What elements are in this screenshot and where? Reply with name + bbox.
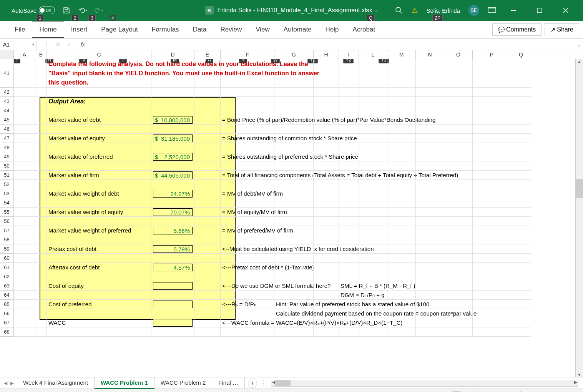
cell[interactable] — [359, 125, 387, 134]
cell[interactable] — [194, 143, 221, 152]
cell[interactable] — [444, 115, 473, 125]
cell[interactable] — [47, 235, 151, 244]
cell[interactable] — [473, 106, 511, 115]
cell[interactable] — [274, 189, 314, 198]
cell[interactable] — [444, 217, 473, 226]
cell[interactable] — [314, 327, 339, 337]
cell[interactable] — [151, 327, 194, 337]
cell[interactable] — [387, 327, 416, 337]
sheet-tab[interactable]: Final … — [212, 377, 245, 389]
cell[interactable] — [473, 97, 511, 106]
cell[interactable] — [35, 208, 47, 217]
cell[interactable]: WACC — [47, 318, 151, 327]
horizontal-scrollbar[interactable]: ◀ ▶ — [271, 380, 578, 387]
cell[interactable] — [274, 208, 314, 217]
cell[interactable] — [473, 198, 511, 208]
cell[interactable] — [416, 208, 444, 217]
cell[interactable]: Market value of equity — [47, 134, 151, 143]
cell[interactable] — [359, 59, 387, 88]
tab-view[interactable]: View — [249, 22, 277, 37]
cell[interactable] — [35, 106, 47, 115]
cell[interactable] — [359, 152, 387, 161]
cell[interactable] — [194, 263, 221, 272]
row-header-47[interactable]: 47 — [0, 134, 14, 143]
tab-automate[interactable]: Automate — [277, 22, 319, 37]
cell[interactable] — [339, 106, 359, 115]
cell[interactable] — [444, 254, 473, 263]
cell[interactable] — [314, 161, 339, 171]
cell[interactable] — [14, 125, 35, 134]
cell[interactable] — [339, 189, 359, 198]
cell[interactable] — [194, 106, 221, 115]
cell[interactable] — [14, 235, 35, 244]
cell[interactable]: <---Rₚ = D/P₀ — [221, 300, 274, 309]
cell[interactable] — [444, 235, 473, 244]
cell[interactable] — [339, 88, 359, 97]
cell[interactable] — [47, 291, 151, 300]
cell[interactable] — [387, 59, 416, 88]
cell[interactable] — [387, 217, 416, 226]
search-icon[interactable] — [395, 6, 403, 15]
cell[interactable] — [274, 143, 314, 152]
cell[interactable] — [339, 198, 359, 208]
cell[interactable] — [314, 208, 339, 217]
cell[interactable] — [416, 88, 444, 97]
cell[interactable] — [473, 152, 511, 161]
cell[interactable] — [387, 198, 416, 208]
col-header-I[interactable]: I — [339, 50, 359, 59]
cell[interactable] — [473, 217, 511, 226]
col-header-Q[interactable]: Q — [511, 50, 531, 59]
cell[interactable]: $44,505,000 — [151, 171, 194, 180]
cell[interactable] — [339, 59, 359, 88]
cell[interactable] — [444, 171, 473, 180]
cell[interactable] — [35, 134, 47, 143]
cell[interactable] — [14, 171, 35, 180]
cell[interactable] — [387, 226, 416, 235]
row-header-53[interactable]: 53 — [0, 189, 14, 198]
cell[interactable] — [314, 291, 339, 300]
cell[interactable] — [221, 272, 274, 281]
cell[interactable] — [194, 309, 221, 318]
cell[interactable] — [511, 115, 531, 125]
cell[interactable] — [274, 235, 314, 244]
cell[interactable] — [14, 309, 35, 318]
minimize-button[interactable] — [505, 3, 522, 18]
cell[interactable] — [274, 97, 314, 106]
cell[interactable] — [444, 189, 473, 198]
undo-icon[interactable]: ▾ — [78, 6, 87, 15]
sheet-tab[interactable]: WACC Problem 2 — [154, 377, 213, 389]
cell[interactable] — [473, 263, 511, 272]
cell[interactable] — [14, 115, 35, 125]
cell[interactable] — [416, 254, 444, 263]
cell[interactable] — [314, 217, 339, 226]
cell[interactable] — [416, 272, 444, 281]
cell[interactable]: Complete the following analysis. Do not … — [47, 59, 151, 88]
cell[interactable]: Cost of equity — [47, 281, 151, 291]
cell[interactable] — [339, 161, 359, 171]
warning-icon[interactable]: ⚠ — [412, 6, 418, 15]
cell[interactable]: DGM = D₁/P₀ + g — [339, 291, 359, 300]
cell[interactable] — [14, 106, 35, 115]
cell[interactable] — [444, 125, 473, 134]
cell[interactable] — [339, 134, 359, 143]
cell[interactable] — [274, 115, 314, 125]
tab-home[interactable]: Home — [32, 22, 64, 38]
cell[interactable] — [314, 189, 339, 198]
cell[interactable] — [339, 143, 359, 152]
cell[interactable] — [14, 327, 35, 337]
row-header-42[interactable]: 42 — [0, 88, 14, 97]
col-header-P[interactable]: P — [473, 50, 511, 59]
cell[interactable] — [35, 59, 47, 88]
cell[interactable] — [274, 125, 314, 134]
cell[interactable] — [511, 97, 531, 106]
cell[interactable] — [221, 106, 274, 115]
cell[interactable] — [14, 226, 35, 235]
cell[interactable] — [511, 226, 531, 235]
cell[interactable]: Hint: Par value of preferred stock has a… — [274, 300, 314, 309]
cell[interactable] — [274, 152, 314, 161]
cell[interactable] — [151, 291, 194, 300]
cell[interactable] — [444, 281, 473, 291]
calc-value-box[interactable] — [153, 319, 193, 327]
cell[interactable] — [387, 134, 416, 143]
row-header-48[interactable]: 48 — [0, 143, 14, 152]
